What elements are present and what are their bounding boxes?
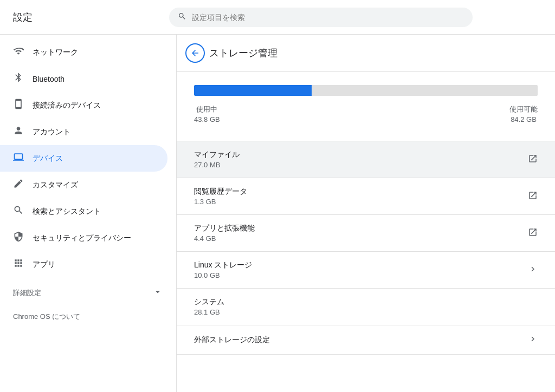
external-link-icon-apps	[528, 227, 538, 239]
storage-item-browsing-name: 閲覧履歴データ	[194, 187, 247, 197]
storage-item-myfiles-left: マイファイル 27.0 MB	[194, 150, 240, 169]
sidebar-label-device: デバイス	[33, 154, 63, 164]
storage-item-linux-size: 10.0 GB	[194, 271, 252, 279]
app-title: 設定	[13, 11, 100, 24]
storage-item-myfiles[interactable]: マイファイル 27.0 MB	[177, 141, 555, 178]
storage-item-external-storage[interactable]: 外部ストレージの設定	[177, 325, 555, 355]
shield-icon	[13, 231, 24, 245]
storage-item-system-size: 28.1 GB	[194, 308, 224, 316]
person-icon	[13, 125, 24, 139]
sidebar-item-bluetooth[interactable]: Bluetooth	[0, 66, 167, 92]
arrow-right-icon-linux	[528, 264, 538, 276]
sidebar-item-network[interactable]: ネットワーク	[0, 39, 167, 66]
app-header: 設定	[0, 0, 555, 35]
edit-icon	[13, 178, 24, 192]
external-link-icon-browsing	[528, 191, 538, 202]
sidebar-item-security-privacy[interactable]: セキュリティとプライバシー	[0, 225, 167, 251]
devices-icon	[13, 99, 24, 112]
main-layout: ネットワーク Bluetooth 接続済みのデバイス アカウント	[0, 35, 555, 392]
wifi-icon	[13, 45, 24, 59]
sidebar-label-customize: カスタマイズ	[33, 180, 78, 190]
sidebar-advanced-section[interactable]: 詳細設定	[0, 280, 176, 305]
sidebar-label-search-assistant: 検索とアシスタント	[33, 207, 101, 217]
content-area: ストレージ管理 使用中 43.8 GB 使用可能 84.2 GB マイ	[177, 35, 555, 392]
storage-item-system: システム 28.1 GB	[177, 289, 555, 325]
sidebar-footer-chromeos[interactable]: Chrome OS について	[0, 305, 176, 328]
bluetooth-icon	[13, 72, 24, 86]
storage-bar-used	[194, 85, 312, 96]
sidebar-item-search-assistant[interactable]: 検索とアシスタント	[0, 198, 167, 225]
search-icon	[178, 12, 186, 23]
sidebar-item-customize[interactable]: カスタマイズ	[0, 172, 167, 198]
storage-item-system-name: システム	[194, 297, 224, 307]
storage-item-external-name: 外部ストレージの設定	[194, 335, 270, 345]
sidebar-label-apps: アプリ	[33, 260, 55, 270]
content-title: ストレージ管理	[209, 47, 278, 60]
storage-used-group: 使用中 43.8 GB	[194, 104, 220, 123]
storage-item-system-left: システム 28.1 GB	[194, 297, 224, 316]
sidebar: ネットワーク Bluetooth 接続済みのデバイス アカウント	[0, 35, 177, 392]
storage-item-browsing-left: 閲覧履歴データ 1.3 GB	[194, 187, 247, 206]
chevron-down-icon	[152, 286, 163, 299]
storage-item-apps-size: 4.4 GB	[194, 234, 255, 243]
storage-item-external-left: 外部ストレージの設定	[194, 335, 270, 345]
search-sidebar-icon	[13, 205, 24, 218]
apps-icon	[13, 258, 24, 271]
arrow-right-icon-external	[528, 334, 538, 345]
sidebar-item-account[interactable]: アカウント	[0, 119, 167, 145]
storage-bar	[194, 85, 538, 96]
storage-available-group: 使用可能 84.2 GB	[509, 104, 538, 123]
sidebar-advanced-label: 詳細設定	[13, 288, 41, 298]
storage-used-value: 43.8 GB	[194, 115, 220, 123]
storage-item-linux-name: Linux ストレージ	[194, 260, 252, 270]
sidebar-label-connected-devices: 接続済みのデバイス	[33, 101, 101, 110]
sidebar-label-account: アカウント	[33, 127, 70, 137]
storage-item-linux[interactable]: Linux ストレージ 10.0 GB	[177, 252, 555, 289]
sidebar-label-security-privacy: セキュリティとプライバシー	[33, 233, 131, 243]
storage-item-myfiles-size: 27.0 MB	[194, 161, 240, 169]
storage-item-linux-left: Linux ストレージ 10.0 GB	[194, 260, 252, 279]
sidebar-label-bluetooth: Bluetooth	[33, 75, 64, 83]
storage-bar-section: 使用中 43.8 GB 使用可能 84.2 GB	[177, 72, 555, 141]
content-header: ストレージ管理	[177, 35, 555, 72]
storage-available-value: 84.2 GB	[509, 115, 538, 123]
back-button[interactable]	[185, 43, 205, 63]
storage-used-label: 使用中	[194, 104, 220, 114]
storage-bar-labels: 使用中 43.8 GB 使用可能 84.2 GB	[194, 104, 538, 123]
storage-item-browsing-size: 1.3 GB	[194, 198, 247, 206]
sidebar-item-connected-devices[interactable]: 接続済みのデバイス	[0, 92, 167, 119]
sidebar-label-network: ネットワーク	[33, 48, 78, 57]
storage-available-label: 使用可能	[509, 104, 538, 114]
search-bar[interactable]	[169, 8, 473, 27]
laptop-icon	[13, 152, 24, 165]
storage-item-apps-left: アプリと拡張機能 4.4 GB	[194, 224, 255, 243]
sidebar-footer-label: Chrome OS について	[13, 312, 80, 321]
external-link-icon-myfiles	[528, 154, 538, 166]
storage-item-browsing-history[interactable]: 閲覧履歴データ 1.3 GB	[177, 178, 555, 215]
sidebar-item-device[interactable]: デバイス	[0, 145, 167, 172]
storage-item-apps-extensions[interactable]: アプリと拡張機能 4.4 GB	[177, 215, 555, 252]
storage-item-apps-name: アプリと拡張機能	[194, 224, 255, 233]
sidebar-item-apps[interactable]: アプリ	[0, 251, 167, 278]
storage-item-myfiles-name: マイファイル	[194, 150, 240, 160]
search-input[interactable]	[192, 13, 464, 22]
